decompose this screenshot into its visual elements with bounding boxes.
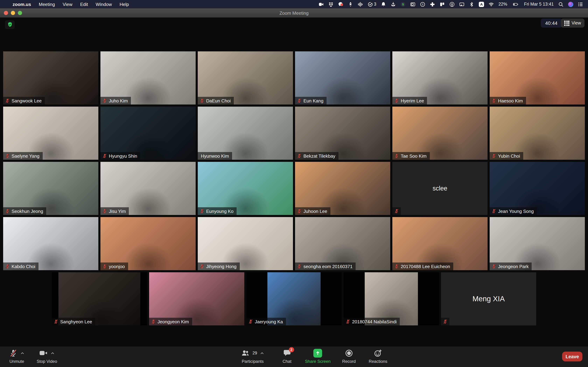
participant-name-pill: Hyunwoo Kim: [198, 152, 232, 160]
participant-name: Jeongyeon Kim: [157, 319, 189, 324]
participant-video: [100, 217, 196, 270]
participants-count: 29: [252, 350, 257, 355]
meeting-toolbar: Unmute Stop Video 29 Participants 2: [0, 346, 588, 367]
participant-tile[interactable]: Kabdo Choi: [3, 217, 98, 270]
screen-mirroring-icon[interactable]: [459, 1, 465, 7]
participant-tile[interactable]: sclee: [392, 162, 488, 215]
share-screen-button[interactable]: Share Screen: [305, 349, 331, 364]
participant-video: [295, 51, 390, 105]
chat-button[interactable]: 2 Chat: [283, 349, 292, 364]
zero-circle-icon[interactable]: 0: [420, 1, 425, 7]
participant-video: [3, 217, 98, 270]
participant-tile[interactable]: Hyunwoo Kim: [198, 107, 293, 160]
wifi-icon[interactable]: [489, 1, 494, 7]
bell-icon[interactable]: [381, 1, 386, 7]
muted-mic-icon: [151, 319, 156, 324]
health-plus-icon[interactable]: [430, 1, 435, 7]
accessibility-icon[interactable]: [450, 1, 455, 7]
participant-tile[interactable]: Juho Kim: [100, 51, 196, 105]
menu-item-window[interactable]: Window: [96, 1, 112, 7]
meeting-security-button[interactable]: [5, 20, 15, 29]
audio-levels-icon[interactable]: [358, 1, 363, 7]
participant-tile[interactable]: DaEun Choi: [198, 51, 293, 105]
view-button[interactable]: View: [561, 18, 585, 28]
camera-icon[interactable]: [319, 1, 324, 7]
participant-tile[interactable]: Seokhun Jeong: [3, 162, 98, 215]
menu-item-help[interactable]: Help: [120, 1, 129, 7]
participant-video: [392, 51, 488, 105]
participant-tile[interactable]: Saelyne Yang: [3, 107, 98, 160]
muted-mic-icon: [53, 319, 59, 324]
bluetooth-icon[interactable]: [469, 1, 474, 7]
participant-name: Juhoon Lee: [303, 209, 327, 214]
check-circle-icon[interactable]: 3: [368, 1, 376, 7]
unmute-options-caret[interactable]: [20, 351, 24, 355]
minimize-window-button[interactable]: [11, 11, 15, 15]
spotlight-icon[interactable]: [558, 1, 563, 7]
participant-tile[interactable]: yoonjoo: [100, 217, 196, 270]
menu-item-edit[interactable]: Edit: [80, 1, 88, 7]
video-options-caret[interactable]: [51, 351, 55, 355]
siri-icon[interactable]: [568, 1, 573, 7]
shottr-icon[interactable]: S: [400, 1, 406, 7]
participant-tile[interactable]: Bekzat Tilekbay: [295, 107, 390, 160]
control-center-icon[interactable]: [578, 1, 583, 7]
participant-tile[interactable]: Jaeryoung Ka: [246, 272, 342, 325]
participant-tile[interactable]: Yubin Choi: [490, 107, 585, 160]
participant-video: [149, 272, 244, 325]
reactions-button[interactable]: Reactions: [369, 349, 388, 364]
participant-name-pill: [392, 207, 401, 215]
menu-item-meeting[interactable]: Meeting: [39, 1, 55, 7]
stop-video-button[interactable]: Stop Video: [37, 349, 57, 364]
zoom-window-button[interactable]: [18, 11, 22, 15]
leave-button[interactable]: Leave: [562, 352, 582, 361]
participant-name-pill: Sangwook Lee: [3, 97, 45, 105]
gallery-row: Kabdo Choi yoonjoo Jihyeong Hong: [3, 217, 585, 270]
download-icon[interactable]: [391, 1, 396, 7]
dropbox-icon[interactable]: [329, 1, 334, 7]
participant-name-pill: Juhoon Lee: [295, 207, 330, 215]
participant-name: Sangwook Lee: [12, 98, 42, 103]
participants-button[interactable]: 29 Participants: [241, 349, 264, 364]
participant-tile[interactable]: Hyungyu Shin: [100, 107, 196, 160]
participant-tile[interactable]: Jisu Yim: [100, 162, 196, 215]
display-icon[interactable]: [410, 1, 415, 7]
input-source-icon[interactable]: A: [479, 1, 484, 7]
participant-tile[interactable]: Meng XIA: [441, 272, 536, 325]
participant-name: Seokhun Jeong: [12, 209, 43, 214]
close-window-button[interactable]: [4, 11, 8, 15]
participant-tile[interactable]: Eun Kang: [295, 51, 390, 105]
participant-tile[interactable]: Jeongyeon Kim: [149, 272, 244, 325]
unmute-button[interactable]: Unmute: [9, 349, 24, 364]
participant-tile[interactable]: Eunyoung Ko: [198, 162, 293, 215]
participant-name-pill: Tae Soo Kim: [392, 152, 430, 160]
gallery-row: Sangwook Lee Juho Kim DaEun Choi: [3, 51, 585, 105]
participant-tile[interactable]: seongha eom 20160371: [295, 217, 390, 270]
menu-item-zoomus[interactable]: zoom.us: [13, 1, 31, 7]
menu-bar-clock[interactable]: Fri Mar 5 13:41: [524, 2, 554, 7]
participant-tile[interactable]: Haesoo Kim: [490, 51, 585, 105]
participant-video: [198, 162, 293, 215]
participant-video: [295, 107, 390, 160]
rocket-icon[interactable]: [348, 1, 353, 7]
record-button[interactable]: Record: [342, 349, 356, 364]
participant-tile[interactable]: Juhoon Lee: [295, 162, 390, 215]
participant-tile[interactable]: 20180744 NabilaSindi: [344, 272, 439, 325]
gallery-grid-icon: [564, 20, 570, 26]
participant-tile[interactable]: Jean Young Song: [490, 162, 585, 215]
participant-tile[interactable]: Sangwook Lee: [3, 51, 98, 105]
participant-tile[interactable]: Hyerim Lee: [392, 51, 488, 105]
participant-tile[interactable]: Jeongeon Park: [490, 217, 585, 270]
participant-tile[interactable]: Tae Soo Kim: [392, 107, 488, 160]
participant-tile[interactable]: Jihyeong Hong: [198, 217, 293, 270]
battery-icon[interactable]: [512, 1, 519, 7]
participants-options-caret[interactable]: [260, 351, 264, 355]
participant-tile[interactable]: 20170488 Lee Euicheon: [392, 217, 488, 270]
participant-name: Bekzat Tilekbay: [303, 153, 335, 158]
menu-item-view[interactable]: View: [63, 1, 72, 7]
participant-name: Yubin Choi: [498, 153, 520, 158]
participant-video: [198, 107, 293, 160]
chat-notification-icon[interactable]: [338, 1, 344, 7]
window-split-icon[interactable]: [440, 1, 445, 7]
participant-tile[interactable]: Sanghyeon Lee: [52, 272, 147, 325]
